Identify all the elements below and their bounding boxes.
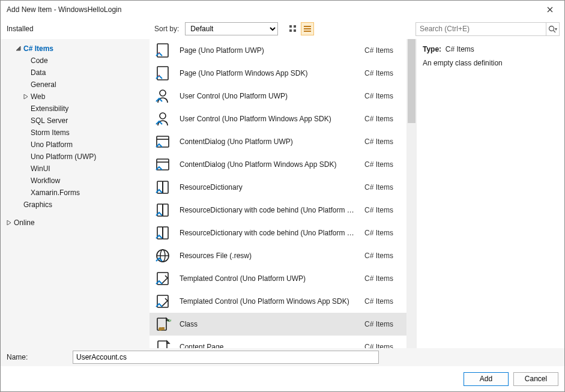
tree-node[interactable]: Uno Platform (UWP) xyxy=(1,151,150,163)
svg-rect-18 xyxy=(289,29,292,32)
template-category: C# Items xyxy=(364,115,400,123)
add-button[interactable]: Add xyxy=(464,372,509,386)
tree-label: Web xyxy=(31,92,45,101)
tree-node[interactable]: General xyxy=(1,79,150,91)
template-category: C# Items xyxy=(364,69,400,77)
tree-node[interactable]: Data xyxy=(1,67,150,79)
svg-rect-17 xyxy=(294,25,296,28)
tree-label: C# Items xyxy=(23,44,53,53)
dict-icon xyxy=(154,225,171,241)
info-type-value: C# Items xyxy=(446,45,474,53)
dict-icon xyxy=(154,179,171,196)
page-icon xyxy=(154,42,171,59)
template-category: C# Items xyxy=(364,274,400,283)
dict-icon xyxy=(154,202,171,219)
uctrl-icon xyxy=(154,88,171,104)
tree-node[interactable]: SQL Server xyxy=(1,115,150,127)
template-item[interactable]: Page (Uno Platform Windows App SDK)C# It… xyxy=(150,62,406,85)
tctrl-icon xyxy=(154,270,171,287)
template-item[interactable]: User Control (Uno Platform Windows App S… xyxy=(150,107,406,130)
toolbar: Installed Sort by: Default ▾ xyxy=(1,19,564,39)
tree-label: Xamarin.Forms xyxy=(31,188,80,197)
title-bar: Add New Item - WindowsHelloLogin xyxy=(1,1,564,19)
sort-label: Sort by: xyxy=(154,25,179,33)
svg-rect-16 xyxy=(289,25,292,28)
tree-node[interactable]: Code xyxy=(1,55,150,67)
view-grid-button[interactable] xyxy=(286,22,300,35)
svg-point-23 xyxy=(549,26,554,31)
template-name: User Control (Uno Platform Windows App S… xyxy=(180,115,356,123)
template-category: C# Items xyxy=(364,46,400,55)
page-icon xyxy=(154,65,171,82)
template-category: C# Items xyxy=(364,297,400,306)
res-icon xyxy=(154,247,171,264)
tree-label: Data xyxy=(31,68,46,77)
svg-rect-19 xyxy=(294,29,296,32)
name-label: Name: xyxy=(5,353,73,361)
name-input[interactable] xyxy=(73,351,379,364)
tree-node-online[interactable]: Online xyxy=(1,217,150,229)
tree-node-graphics[interactable]: Graphics xyxy=(1,199,150,211)
close-button[interactable] xyxy=(542,4,558,16)
template-item[interactable]: Resources File (.resw)C# Items xyxy=(150,244,406,267)
template-item[interactable]: ContentDialog (Uno Platform UWP)C# Items xyxy=(150,130,406,153)
category-tree[interactable]: C# Items CodeDataGeneralWebExtensibility… xyxy=(1,39,150,348)
expander-icon[interactable] xyxy=(15,45,22,52)
template-name: Class xyxy=(180,320,356,328)
search-icon-button[interactable]: ▾ xyxy=(546,23,559,35)
tree-label: Workflow xyxy=(31,176,60,185)
template-item[interactable]: ClassC# Items xyxy=(150,313,406,336)
main-area: C# Items CodeDataGeneralWebExtensibility… xyxy=(1,39,564,348)
scrollbar-thumb[interactable] xyxy=(408,39,415,123)
template-category: C# Items xyxy=(364,343,400,348)
template-item[interactable]: User Control (Uno Platform UWP)C# Items xyxy=(150,85,406,107)
template-name: User Control (Uno Platform UWP) xyxy=(180,92,356,100)
name-row: Name: xyxy=(1,348,564,366)
template-item[interactable]: ResourceDictionary with code behind (Uno… xyxy=(150,199,406,222)
tree-label: Graphics xyxy=(23,201,52,209)
tree-node[interactable]: Workflow xyxy=(1,175,150,187)
search-input[interactable] xyxy=(416,23,546,35)
template-item[interactable]: ResourceDictionaryC# Items xyxy=(150,176,406,199)
installed-node[interactable]: Installed xyxy=(7,25,34,33)
tree-node[interactable]: WinUI xyxy=(1,163,150,175)
template-name: ContentDialog (Uno Platform Windows App … xyxy=(180,160,356,169)
template-name: ResourceDictionary with code behind (Uno… xyxy=(180,229,356,237)
template-item[interactable]: ContentDialog (Uno Platform Windows App … xyxy=(150,153,406,176)
info-type-label: Type: xyxy=(423,45,441,53)
tree-node[interactable]: Uno Platform xyxy=(1,139,150,151)
template-list[interactable]: Page (Uno Platform UWP)C# ItemsPage (Uno… xyxy=(150,39,406,348)
template-item[interactable]: ResourceDictionary with code behind (Uno… xyxy=(150,222,406,244)
template-category: C# Items xyxy=(364,229,400,237)
tree-node[interactable]: Xamarin.Forms xyxy=(1,187,150,199)
template-name: Page (Uno Platform UWP) xyxy=(180,46,356,55)
tree-node[interactable]: Web xyxy=(1,91,150,103)
tree-node[interactable]: Storm Items xyxy=(1,127,150,139)
template-name: Content Page xyxy=(180,343,356,348)
tree-label: WinUI xyxy=(31,164,50,173)
view-list-button[interactable] xyxy=(301,22,314,35)
tctrl-icon xyxy=(154,293,171,310)
template-item[interactable]: Page (Uno Platform UWP)C# Items xyxy=(150,39,406,62)
tree-label: General xyxy=(31,80,56,89)
template-name: Templated Control (Uno Platform Windows … xyxy=(180,297,356,306)
uctrl-icon xyxy=(154,110,171,127)
cpage-icon xyxy=(154,339,171,348)
template-item[interactable]: Templated Control (Uno Platform UWP)C# I… xyxy=(150,267,406,290)
template-item[interactable]: Content PageC# Items xyxy=(150,336,406,348)
tree-label: Extensibility xyxy=(31,104,68,113)
tree-label: Uno Platform xyxy=(31,140,73,149)
sort-select[interactable]: Default xyxy=(185,22,278,35)
tree-label: SQL Server xyxy=(31,116,68,125)
expander-icon[interactable] xyxy=(5,219,13,226)
info-description: An empty class definition xyxy=(423,58,558,69)
search-box[interactable]: ▾ xyxy=(415,22,560,36)
tree-node-csharp-items[interactable]: C# Items xyxy=(1,43,150,55)
scrollbar[interactable] xyxy=(406,39,417,348)
cancel-button[interactable]: Cancel xyxy=(513,372,558,386)
tree-label: Uno Platform (UWP) xyxy=(31,152,96,161)
expander-icon[interactable] xyxy=(22,93,29,100)
tree-node[interactable]: Extensibility xyxy=(1,103,150,115)
template-name: ContentDialog (Uno Platform UWP) xyxy=(180,137,356,146)
template-item[interactable]: Templated Control (Uno Platform Windows … xyxy=(150,290,406,313)
